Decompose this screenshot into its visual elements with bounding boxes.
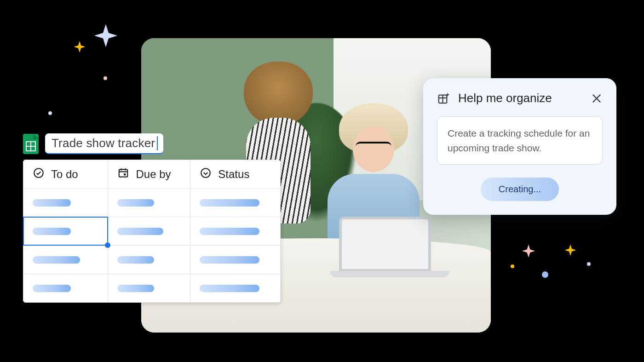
table-sparkle-icon bbox=[437, 92, 451, 105]
help-me-organize-panel: Help me organize Create a tracking sched… bbox=[423, 78, 616, 215]
selected-cell[interactable] bbox=[23, 217, 108, 246]
chevron-circle-icon bbox=[200, 167, 212, 182]
column-label: To do bbox=[51, 168, 78, 181]
spreadsheet-panel: Trade show tracker To do bbox=[23, 133, 281, 303]
dot-icon bbox=[587, 262, 591, 266]
column-label: Status bbox=[218, 168, 249, 181]
sparkle-icon bbox=[564, 244, 577, 258]
svg-point-3 bbox=[201, 168, 211, 178]
svg-rect-2 bbox=[124, 173, 126, 175]
table-row[interactable] bbox=[23, 189, 281, 217]
column-header-dueby[interactable]: Due by bbox=[108, 160, 190, 189]
sparkle-icon bbox=[73, 40, 86, 54]
sparkle-icon bbox=[92, 23, 120, 51]
dot-icon bbox=[511, 264, 514, 268]
panel-title: Help me organize bbox=[458, 91, 583, 105]
sparkle-icon bbox=[521, 244, 536, 259]
prompt-input[interactable]: Create a tracking schedule for an upcomi… bbox=[437, 116, 603, 165]
google-sheets-icon bbox=[23, 134, 39, 154]
svg-rect-1 bbox=[119, 169, 127, 177]
close-button[interactable] bbox=[591, 92, 603, 104]
table-row[interactable] bbox=[23, 246, 281, 274]
laptop-illustration bbox=[330, 217, 440, 286]
table-row[interactable] bbox=[23, 274, 281, 303]
column-header-todo[interactable]: To do bbox=[23, 160, 108, 189]
calendar-icon bbox=[117, 167, 129, 182]
dot-icon bbox=[542, 271, 548, 278]
svg-point-0 bbox=[34, 168, 43, 178]
spreadsheet-grid[interactable]: To do Due by bbox=[23, 160, 281, 303]
dot-icon bbox=[104, 76, 107, 80]
column-header-status[interactable]: Status bbox=[190, 160, 281, 189]
creating-button[interactable]: Creating... bbox=[481, 178, 559, 201]
check-circle-icon bbox=[33, 167, 45, 182]
dot-icon bbox=[48, 111, 52, 115]
document-title-input[interactable]: Trade show tracker bbox=[45, 133, 163, 154]
table-row[interactable] bbox=[23, 217, 281, 246]
column-label: Due by bbox=[136, 168, 171, 181]
